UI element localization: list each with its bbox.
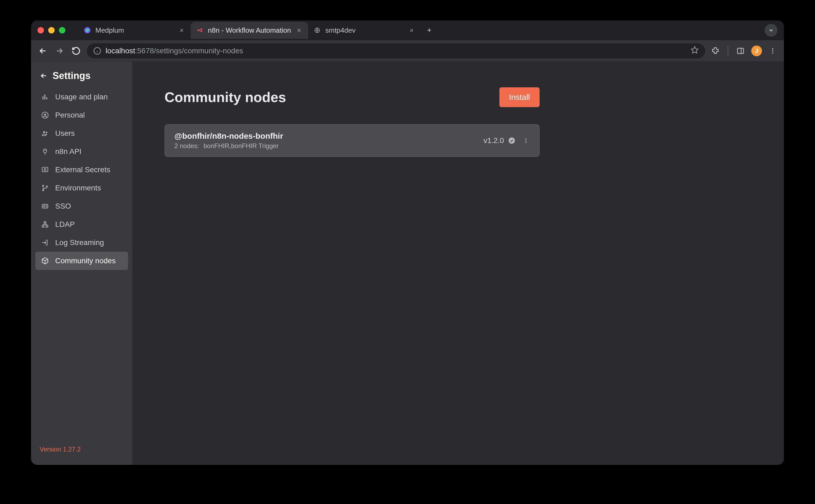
tabs-dropdown[interactable] xyxy=(765,24,778,37)
svg-point-9 xyxy=(772,50,773,51)
browser-tab-smtp4dev[interactable]: smtp4dev × xyxy=(308,22,421,39)
sidebar-item-label: Community nodes xyxy=(55,257,116,265)
svg-point-17 xyxy=(43,185,44,187)
package-card[interactable]: @bonfhir/n8n-nodes-bonfhir 2 nodes: bonF… xyxy=(164,124,540,157)
kebab-menu-icon[interactable] xyxy=(522,137,530,144)
back-arrow-icon[interactable] xyxy=(40,72,48,80)
sidebar-item-label: Log Streaming xyxy=(55,238,104,247)
window-controls xyxy=(37,27,65,33)
sidebar-item-usage[interactable]: Usage and plan xyxy=(35,88,128,106)
browser-tabs: Medplum × n8n - Workflow Automation × sm… xyxy=(78,20,436,40)
favicon-generic xyxy=(313,27,321,34)
tab-title: n8n - Workflow Automation xyxy=(208,26,291,35)
page-title: Community nodes xyxy=(164,89,286,105)
forward-button[interactable] xyxy=(54,45,65,57)
svg-point-1 xyxy=(86,29,89,32)
svg-point-13 xyxy=(43,131,45,133)
sidebar-item-environments[interactable]: Environments xyxy=(35,179,128,197)
sidebar-item-sso[interactable]: SSO xyxy=(35,197,128,215)
package-info: @bonfhir/n8n-nodes-bonfhir 2 nodes: bonF… xyxy=(174,131,283,150)
browser-toolbar: localhost:5678/settings/community-nodes … xyxy=(31,40,784,62)
svg-rect-7 xyxy=(738,48,744,54)
sidebar-header: Settings xyxy=(31,68,132,88)
svg-point-26 xyxy=(526,138,527,140)
close-icon[interactable]: × xyxy=(408,27,415,34)
separator xyxy=(728,46,728,56)
app-body: Settings Usage and plan Personal xyxy=(31,62,784,465)
svg-point-19 xyxy=(46,186,48,187)
bookmark-star-icon[interactable] xyxy=(691,46,699,56)
install-button[interactable]: Install xyxy=(500,87,540,107)
svg-point-10 xyxy=(772,52,773,53)
sidebar-item-label: Usage and plan xyxy=(55,93,108,101)
sidebar-item-users[interactable]: Users xyxy=(35,124,128,142)
avatar-letter: J xyxy=(755,47,758,54)
extensions-icon[interactable] xyxy=(710,46,721,56)
close-icon[interactable]: × xyxy=(178,27,185,34)
version-label: Version 1.27.2 xyxy=(31,440,132,458)
sign-out-icon xyxy=(41,238,49,247)
sidebar-item-personal[interactable]: Personal xyxy=(35,106,128,124)
svg-point-8 xyxy=(772,48,773,49)
users-icon xyxy=(41,129,49,138)
git-branch-icon xyxy=(41,184,49,192)
settings-sidebar: Settings Usage and plan Personal xyxy=(31,62,132,465)
tab-title: Medplum xyxy=(95,26,174,35)
tab-title: smtp4dev xyxy=(325,26,403,35)
sidebar-title: Settings xyxy=(52,70,91,81)
window-zoom[interactable] xyxy=(59,27,65,33)
site-info-icon[interactable] xyxy=(93,47,101,55)
user-circle-icon xyxy=(41,111,49,119)
sidebar-item-ldap[interactable]: LDAP xyxy=(35,215,128,234)
svg-rect-24 xyxy=(46,226,48,227)
url-text: localhost:5678/settings/community-nodes xyxy=(106,47,686,55)
kebab-menu-icon[interactable] xyxy=(767,46,778,56)
sidebar-item-label: Personal xyxy=(55,111,85,119)
window-close[interactable] xyxy=(37,27,44,33)
window-minimize[interactable] xyxy=(48,27,55,33)
favicon-n8n xyxy=(196,27,204,34)
favicon-medplum xyxy=(84,27,91,34)
sidebar-item-label: n8n API xyxy=(55,147,81,156)
sidebar-item-external-secrets[interactable]: External Secrets xyxy=(35,161,128,179)
package-name: @bonfhir/n8n-nodes-bonfhir xyxy=(174,131,283,141)
verified-check-icon xyxy=(508,137,516,145)
svg-rect-23 xyxy=(42,226,44,227)
package-node-list: bonFHIR,bonFHIR Trigger xyxy=(204,142,279,149)
svg-point-14 xyxy=(46,132,47,133)
side-panel-icon[interactable] xyxy=(735,46,746,56)
id-card-icon xyxy=(41,202,49,210)
vault-icon xyxy=(41,166,49,174)
reload-button[interactable] xyxy=(70,45,82,57)
browser-tabbar: Medplum × n8n - Workflow Automation × sm… xyxy=(31,20,784,40)
svg-point-18 xyxy=(43,190,44,191)
close-icon[interactable]: × xyxy=(295,27,303,34)
svg-rect-15 xyxy=(42,167,48,172)
sidebar-item-label: SSO xyxy=(55,202,71,210)
sidebar-item-n8n-api[interactable]: n8n API xyxy=(35,142,128,161)
sidebar-item-log-streaming[interactable]: Log Streaming xyxy=(35,234,128,252)
chart-bar-icon xyxy=(41,93,49,101)
back-button[interactable] xyxy=(37,45,49,57)
cube-icon xyxy=(41,257,49,265)
svg-point-16 xyxy=(44,168,46,170)
svg-point-21 xyxy=(43,206,45,207)
svg-point-28 xyxy=(526,142,527,143)
url-host: localhost xyxy=(106,47,135,55)
new-tab-button[interactable]: + xyxy=(423,24,436,37)
main-header: Community nodes Install xyxy=(164,87,540,107)
address-bar[interactable]: localhost:5678/settings/community-nodes xyxy=(87,43,705,58)
sitemap-icon xyxy=(41,220,49,229)
plug-icon xyxy=(41,147,49,156)
sidebar-item-label: Users xyxy=(55,129,75,138)
browser-tab-medplum[interactable]: Medplum × xyxy=(78,22,191,39)
sidebar-item-label: LDAP xyxy=(55,220,75,229)
profile-avatar[interactable]: J xyxy=(751,46,762,56)
toolbar-icons: J xyxy=(710,46,778,56)
sidebar-item-community-nodes[interactable]: Community nodes xyxy=(35,252,128,270)
package-version: v1.2.0 xyxy=(484,136,504,145)
browser-tab-n8n[interactable]: n8n - Workflow Automation × xyxy=(191,22,308,39)
url-path: :5678/settings/community-nodes xyxy=(135,47,243,55)
package-subtitle: 2 nodes: bonFHIR,bonFHIR Trigger xyxy=(174,142,283,150)
browser-window: Medplum × n8n - Workflow Automation × sm… xyxy=(31,20,784,465)
